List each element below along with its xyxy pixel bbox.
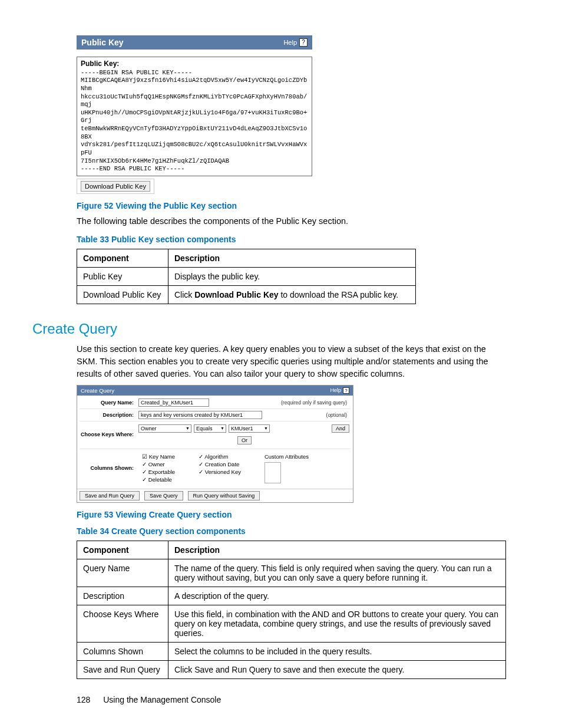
table-row: Save and Run Query Click Save and Run Qu…: [77, 660, 506, 678]
table-row: Download Public Key Click Download Publi…: [77, 285, 416, 304]
col-checkbox[interactable]: Exportable: [142, 469, 175, 475]
figure-52-caption: Figure 52 Viewing the Public Key section: [77, 201, 506, 210]
create-query-panel: Create Query Help ? Query Name: Created_…: [77, 385, 353, 503]
table-cell: Description: [77, 587, 168, 605]
public-key-line: teBmNwkWRRnEQyVCnTyfD3HADYzYppOiBxtUY211…: [81, 125, 308, 141]
table-cell: The name of the query. This field is onl…: [168, 559, 506, 587]
figure-53-caption: Figure 53 Viewing Create Query section: [77, 510, 506, 519]
table-cell: Query Name: [77, 559, 168, 587]
text: Click: [174, 290, 194, 299]
description-input[interactable]: keys and key versions created by KMUser1: [138, 411, 262, 419]
table-header-row: Component Description: [77, 249, 416, 267]
columns-shown-label: Columns Shown:: [80, 465, 138, 471]
table-cell: Download Public Key: [77, 285, 168, 304]
query-name-label: Query Name:: [80, 400, 138, 406]
col-checkbox[interactable]: Creation Date: [199, 461, 241, 467]
table-cell: Public Key: [77, 267, 168, 285]
col-checkbox[interactable]: Key Name: [142, 453, 175, 460]
custom-attributes-box[interactable]: [265, 462, 281, 483]
table-row: Query Name The name of the query. This f…: [77, 559, 506, 587]
table-header: Description: [168, 541, 506, 559]
run-query-without-saving-button[interactable]: Run Query without Saving: [188, 491, 260, 500]
public-key-intro: The following table describes the compon…: [77, 215, 506, 228]
save-query-button[interactable]: Save Query: [144, 491, 183, 500]
text: to download the RSA public key.: [279, 290, 399, 299]
table-row: Choose Keys Where Use this field, in com…: [77, 605, 506, 642]
table-34-caption: Table 34 Create Query section components: [77, 526, 506, 536]
table-34: Component Description Query Name The nam…: [77, 541, 506, 679]
table-row: Public Key Displays the public key.: [77, 267, 416, 285]
create-query-header: Create Query Help ?: [77, 386, 353, 396]
col-checkbox[interactable]: Deletable: [142, 476, 175, 483]
public-key-box-label: Public Key:: [81, 60, 308, 69]
public-key-header: Public Key Help ?: [77, 35, 312, 50]
public-key-line: 7I5nrNKIX5Ob6rK4HMe7g1HZhFuqkZl/zQIDAQAB: [81, 157, 308, 166]
create-query-title: Create Query: [81, 387, 114, 394]
table-header: Component: [77, 249, 168, 267]
description-label: Description:: [80, 412, 138, 418]
save-and-run-query-button[interactable]: Save and Run Query: [80, 491, 140, 500]
help-link[interactable]: Help ?: [283, 38, 308, 47]
col-checkbox[interactable]: Algorithm: [199, 453, 241, 460]
query-name-note: (required only if saving query): [281, 400, 351, 406]
table-33-caption: Table 33 Public Key section components: [77, 235, 506, 244]
help-text: Help: [330, 387, 341, 393]
help-icon: ?: [299, 38, 308, 47]
table-33: Component Description Public Key Display…: [77, 249, 416, 304]
table-cell: Columns Shown: [77, 642, 168, 660]
table-cell: Save and Run Query: [77, 660, 168, 678]
create-query-heading: Create Query: [32, 321, 506, 337]
table-row: Description A description of the query.: [77, 587, 506, 605]
download-row: Download Public Key: [77, 179, 154, 194]
public-key-line: -----BEGIN RSA PUBLIC KEY-----: [81, 69, 308, 77]
choose-keys-label: Choose Keys Where:: [80, 423, 138, 437]
create-query-intro: Use this section to create key queries. …: [77, 343, 506, 380]
download-public-key-button[interactable]: Download Public Key: [81, 181, 150, 192]
operator-select[interactable]: Equals: [194, 424, 226, 433]
col-checkbox[interactable]: Owner: [142, 461, 175, 467]
or-button[interactable]: Or: [237, 436, 252, 444]
query-name-input[interactable]: Created_by_KMUser1: [138, 398, 209, 407]
public-key-line: uHKPnu40jh//UmoCPSgiOVpNtARjzjkULiy1o4F6…: [81, 109, 308, 125]
custom-attributes-label: Custom Attributes: [265, 453, 309, 460]
field-select[interactable]: Owner: [138, 424, 191, 433]
table-row: Columns Shown Select the columns to be i…: [77, 642, 506, 660]
page-number: 128: [77, 695, 90, 704]
public-key-box: Public Key: -----BEGIN RSA PUBLIC KEY---…: [77, 57, 312, 176]
help-text: Help: [283, 39, 297, 46]
table-header: Description: [168, 249, 416, 267]
help-icon: ?: [343, 387, 349, 394]
table-cell: A description of the query.: [168, 587, 506, 605]
table-header: Component: [77, 541, 168, 559]
table-cell: Select the columns to be included in the…: [168, 642, 506, 660]
public-key-line: vdYsk281/pesfIt1zqLUZijqmSO8cBU2c/xQ6tcA…: [81, 141, 308, 157]
description-note: (optional): [326, 412, 351, 418]
table-header-row: Component Description: [77, 541, 506, 559]
help-link[interactable]: Help ?: [330, 387, 349, 394]
col-checkbox[interactable]: Versioned Key: [199, 469, 241, 475]
table-cell: Choose Keys Where: [77, 605, 168, 642]
table-cell: Displays the public key.: [168, 267, 416, 285]
value-select[interactable]: KMUser1: [229, 424, 270, 433]
bold-text: Download Public Key: [194, 290, 278, 299]
public-key-panel: Public Key Help ? Public Key: -----BEGIN…: [77, 35, 312, 194]
public-key-line: MIIBCgKCAQEA8Yj9xzsfn16Vhi4siuA2tqDVSxw5…: [81, 77, 308, 93]
public-key-line: hkccu31oUcTWIuh5fqQ1HEspNKGMsfznKMLiYbTY…: [81, 93, 308, 109]
table-cell: Click Save and Run Query to save and the…: [168, 660, 506, 678]
page-footer: 128 Using the Management Console: [77, 695, 221, 704]
public-key-line: -----END RSA PUBLIC KEY-----: [81, 165, 308, 173]
public-key-title: Public Key: [81, 38, 124, 47]
table-cell: Click Download Public Key to download th…: [168, 285, 416, 304]
table-cell: Use this field, in combination with the …: [168, 605, 506, 642]
and-button[interactable]: And: [332, 424, 349, 433]
footer-section: Using the Management Console: [103, 695, 221, 704]
